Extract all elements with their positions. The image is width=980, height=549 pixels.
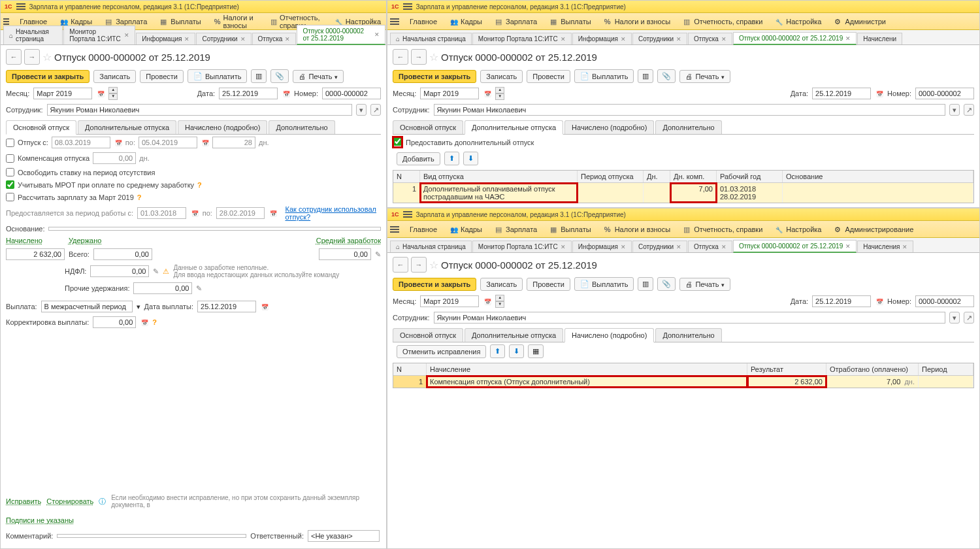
menu-admin[interactable]: Администрирование xyxy=(832,224,916,235)
menu-salary[interactable]: Зарплата xyxy=(493,16,540,27)
menu-home[interactable]: Главное xyxy=(407,224,440,235)
nav-fwd-button[interactable]: → xyxy=(24,49,40,65)
move-down-button[interactable]: ⬇ xyxy=(509,344,524,358)
post-button[interactable]: Провести xyxy=(527,70,570,83)
comment-input[interactable] xyxy=(57,534,246,538)
pay-button[interactable]: 📄 Выплатить xyxy=(574,69,634,83)
num-input[interactable]: 0000-000002 xyxy=(915,88,974,99)
edit-ndfl-icon[interactable] xyxy=(153,267,159,276)
attach-button[interactable]: 📎 xyxy=(657,69,676,83)
tab-doc[interactable]: Отпуск 0000-000002 от 25.12.2019✕ xyxy=(733,240,857,253)
attach-button[interactable]: 📎 xyxy=(657,277,676,291)
print-button[interactable]: 🖨 Печать xyxy=(679,278,730,291)
menu-admin[interactable]: Администри xyxy=(832,16,888,27)
edit-avg-icon[interactable] xyxy=(375,250,381,259)
free-checkbox[interactable] xyxy=(6,168,14,176)
tab-accr[interactable]: Начисления✕ xyxy=(857,241,913,252)
menu-payments[interactable]: Выплаты xyxy=(547,224,593,235)
tab-vac[interactable]: Отпуска✕ xyxy=(252,33,297,44)
intab-more[interactable]: Дополнительно xyxy=(655,328,721,342)
date-input[interactable]: 25.12.2019 xyxy=(812,295,871,307)
bar1-button[interactable]: ▥ xyxy=(638,277,653,291)
fix-link[interactable]: Исправить xyxy=(6,497,41,505)
bar1-button[interactable]: ▥ xyxy=(251,69,267,83)
month-input[interactable]: Март 2019 xyxy=(420,295,479,307)
corr-input[interactable]: 0,00 xyxy=(93,316,136,328)
menu-expand-icon[interactable] xyxy=(390,226,399,233)
menu-taxes[interactable]: Налоги и взносы xyxy=(602,16,674,27)
emp-open-button[interactable]: ↗ xyxy=(370,104,381,116)
nav-fwd-button[interactable]: → xyxy=(411,49,427,65)
edit-other-icon[interactable] xyxy=(196,284,202,293)
tab-home[interactable]: Начальная страница xyxy=(390,33,472,44)
mrot-checkbox[interactable] xyxy=(6,180,14,189)
table-row[interactable]: 1 Дополнительный оплачиваемый отпуск пос… xyxy=(393,183,973,203)
tab-info[interactable]: Информация✕ xyxy=(572,33,632,44)
signs-link[interactable]: Подписи не указаны xyxy=(6,516,74,524)
post-close-button[interactable]: Провести и закрыть xyxy=(393,70,476,83)
undo-button[interactable]: Отменить исправления xyxy=(397,345,486,358)
menu-home[interactable]: Главное xyxy=(407,16,440,27)
result-cell[interactable]: 2 632,00 xyxy=(747,376,826,388)
tab-vac[interactable]: Отпуска✕ xyxy=(688,241,732,252)
save-button[interactable]: Записать xyxy=(93,70,136,83)
intab-accr[interactable]: Начислено (подробно) xyxy=(564,120,654,134)
pay-input[interactable]: В межрасчетный период xyxy=(41,301,133,312)
period-to-input[interactable]: 28.02.2019 xyxy=(216,207,265,219)
vac-days-input[interactable]: 28 xyxy=(212,137,255,148)
help3-icon[interactable]: ? xyxy=(152,318,157,326)
bar1-button[interactable]: ▥ xyxy=(638,69,653,83)
tab-info[interactable]: Информация✕ xyxy=(136,33,195,44)
num-input[interactable]: 0000-000002 xyxy=(915,295,974,307)
cal-icon[interactable] xyxy=(96,90,105,97)
emp-input[interactable]: Якунин Роман Николаевич xyxy=(47,104,353,116)
date-input[interactable]: 25.12.2019 xyxy=(219,88,278,99)
vac-type-cell[interactable]: Дополнительный оплачиваемый отпуск постр… xyxy=(420,183,578,203)
menu-staff[interactable]: Кадры xyxy=(448,16,485,27)
recalc-checkbox[interactable] xyxy=(6,193,14,201)
accr-cell[interactable]: Компенсация отпуска (Отпуск дополнительн… xyxy=(427,376,747,388)
basis-input[interactable] xyxy=(48,227,381,231)
accr-header[interactable]: Начислено xyxy=(6,237,42,244)
menu-reports[interactable]: Отчетность, справки xyxy=(681,16,765,27)
menu-payments[interactable]: Выплаты xyxy=(547,16,593,27)
post-close-button[interactable]: Провести и закрыть xyxy=(6,70,90,83)
menu-expand-icon[interactable] xyxy=(3,18,9,25)
save-button[interactable]: Записать xyxy=(480,70,523,83)
tab-monitor[interactable]: Монитор Портала 1С:ИТС✕ xyxy=(472,241,572,252)
hamburger-icon[interactable] xyxy=(16,3,25,10)
hamburger-icon[interactable] xyxy=(403,3,412,10)
hamburger-icon[interactable] xyxy=(403,211,412,218)
intab-main[interactable]: Основной отпуск xyxy=(393,120,463,134)
tab-vac[interactable]: Отпуска✕ xyxy=(688,33,732,44)
move-up-button[interactable]: ⬆ xyxy=(444,152,459,165)
hold-header[interactable]: Удержано xyxy=(69,237,101,244)
intab-extra[interactable]: Дополнительные отпуска xyxy=(465,328,563,342)
month-input[interactable]: Март 2019 xyxy=(33,88,92,99)
detail-button[interactable]: ▦ xyxy=(528,344,544,358)
favorite-icon[interactable]: ☆ xyxy=(429,51,438,63)
tab-monitor[interactable]: Монитор Портала 1С:ИТС✕ xyxy=(472,33,572,44)
favorite-icon[interactable]: ☆ xyxy=(42,51,52,63)
tab-home[interactable]: Начальная страница xyxy=(390,241,472,252)
extra-checkbox[interactable] xyxy=(393,137,402,146)
menu-expand-icon[interactable] xyxy=(390,18,399,25)
print-button[interactable]: 🖨 Печать xyxy=(293,70,344,83)
post-button[interactable]: Провести xyxy=(140,70,184,83)
move-down-button[interactable]: ⬇ xyxy=(463,152,478,165)
intab-main[interactable]: Основной отпуск xyxy=(6,120,76,135)
save-button[interactable]: Записать xyxy=(480,278,523,291)
emp-select-button[interactable]: ▾ xyxy=(356,104,367,116)
pay-button[interactable]: 📄 Выплатить xyxy=(188,69,247,83)
tab-emp[interactable]: Сотрудники✕ xyxy=(632,241,687,252)
table-row[interactable]: 1 Компенсация отпуска (Отпуск дополнител… xyxy=(393,376,973,388)
menu-taxes[interactable]: Налоги и взносы xyxy=(602,224,674,235)
vacation-checkbox[interactable] xyxy=(6,139,14,147)
menu-payments[interactable]: Выплаты xyxy=(157,16,203,27)
num-input[interactable]: 0000-000002 xyxy=(322,88,381,99)
post-close-button[interactable]: Провести и закрыть xyxy=(393,278,476,291)
storno-link[interactable]: Сторнировать xyxy=(46,497,93,505)
menu-salary[interactable]: Зарплата xyxy=(493,224,540,235)
add-button[interactable]: Добавить xyxy=(397,152,440,165)
menu-reports[interactable]: Отчетность, справки xyxy=(681,224,765,235)
